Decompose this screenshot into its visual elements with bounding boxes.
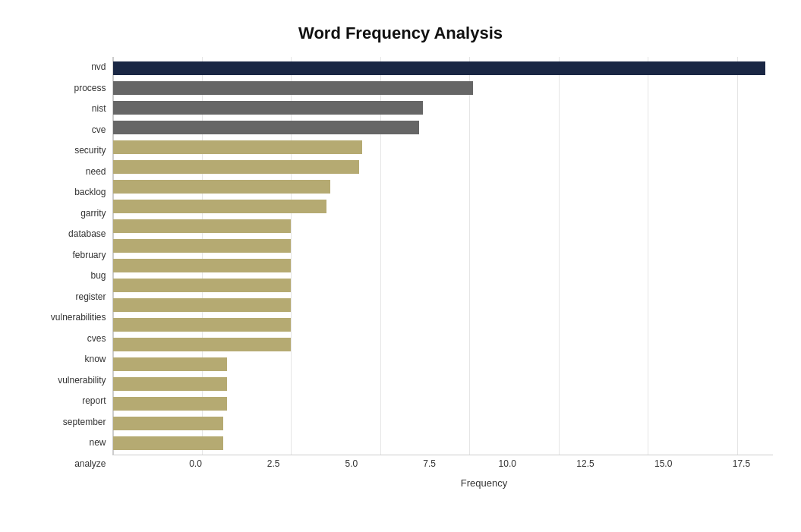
y-label: bug — [90, 266, 106, 287]
y-label: garrity — [80, 203, 106, 224]
bar-row — [113, 374, 773, 394]
x-tick-label: 7.5 — [423, 458, 436, 469]
bar-row — [113, 157, 773, 177]
chart-title: Word Frequency Analysis — [29, 24, 773, 43]
chart-area: nvdprocessnistcvesecurityneedbackloggarr… — [29, 57, 773, 474]
bar — [113, 338, 292, 351]
bar-row — [113, 58, 773, 78]
bar — [113, 318, 292, 332]
bar — [113, 200, 327, 213]
bar — [113, 140, 363, 154]
bar — [113, 160, 359, 174]
y-label: backlog — [74, 182, 106, 203]
bar — [113, 298, 292, 312]
bar-row — [113, 78, 773, 98]
bar — [113, 397, 227, 411]
x-tick-label: 5.0 — [345, 458, 358, 469]
y-label: cves — [87, 328, 106, 349]
y-label: security — [74, 140, 106, 162]
plot-area — [112, 57, 773, 455]
y-label: cve — [92, 119, 106, 140]
bar — [113, 239, 292, 253]
y-label: process — [74, 77, 106, 99]
bar-row — [113, 256, 773, 275]
bar-row — [113, 295, 773, 315]
x-ticks-row: 0.02.55.07.510.012.515.017.5 — [196, 458, 773, 474]
y-label: september — [63, 411, 106, 433]
x-tick-label: 10.0 — [499, 458, 516, 469]
chart-container: Word Frequency Analysis nvdprocessnistcv… — [14, 8, 788, 524]
x-tick-label: 12.5 — [576, 458, 594, 469]
bar-row — [113, 433, 773, 453]
y-label: need — [86, 161, 106, 182]
bar — [113, 417, 224, 430]
y-label: nvd — [91, 57, 106, 78]
bar — [113, 101, 424, 115]
bar-row — [113, 236, 773, 256]
bar-row — [113, 335, 773, 354]
y-label: analyze — [74, 453, 106, 474]
bar-row — [113, 275, 773, 295]
bar — [113, 61, 766, 75]
bar — [113, 180, 331, 194]
x-tick-label: 0.0 — [189, 458, 202, 469]
bar — [113, 377, 227, 391]
bar-row — [113, 118, 773, 137]
y-label: register — [75, 286, 106, 307]
bar-row — [113, 98, 773, 118]
y-labels: nvdprocessnistcvesecurityneedbackloggarr… — [29, 57, 112, 474]
x-axis-title: Frequency — [461, 477, 507, 489]
x-tick-label: 2.5 — [267, 458, 280, 469]
bar-row — [113, 414, 773, 433]
y-label: nist — [92, 99, 106, 120]
y-label: new — [89, 433, 106, 454]
y-label: report — [82, 391, 106, 412]
bar-row — [113, 177, 773, 197]
bar-row — [113, 216, 773, 236]
bars-wrapper — [113, 57, 773, 455]
bar — [113, 436, 224, 450]
bottom-section: 0.02.55.07.510.012.515.017.5 Frequency — [112, 455, 773, 489]
x-tick-label: 15.0 — [654, 458, 672, 469]
bar-row — [113, 315, 773, 335]
y-label: know — [84, 349, 106, 370]
y-label: vulnerability — [58, 370, 106, 391]
bar-row — [113, 137, 773, 157]
bar — [113, 81, 473, 95]
bar — [113, 219, 292, 233]
bar-row — [113, 394, 773, 414]
y-label: vulnerabilities — [51, 307, 106, 329]
x-tick-label: 17.5 — [733, 458, 750, 469]
bar — [113, 259, 292, 272]
y-label: database — [68, 224, 106, 245]
bar-row — [113, 197, 773, 216]
bar — [113, 121, 420, 134]
bar — [113, 279, 292, 292]
bar — [113, 357, 227, 371]
y-label: february — [72, 244, 106, 266]
bar-row — [113, 354, 773, 374]
